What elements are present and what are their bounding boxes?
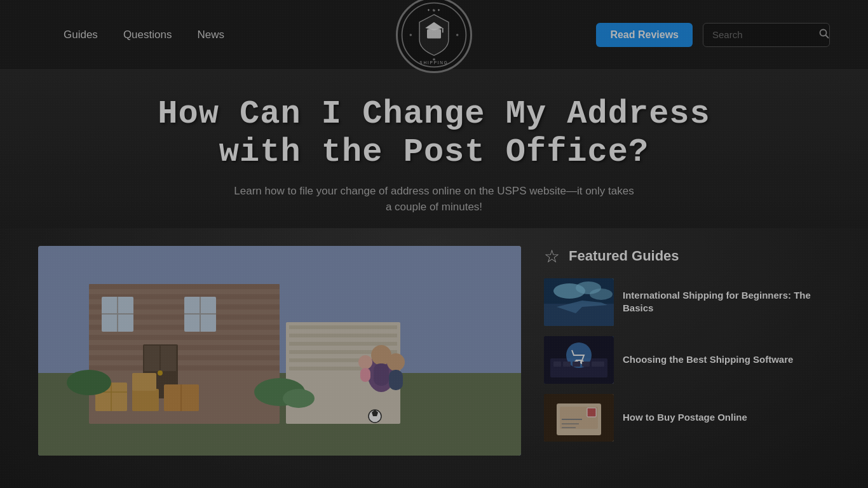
svg-point-48 — [67, 370, 111, 395]
svg-point-56 — [387, 353, 405, 371]
svg-rect-73 — [592, 362, 604, 367]
svg-rect-15 — [89, 284, 280, 289]
guide-thumbnail-2 — [544, 336, 614, 384]
search-icon — [819, 29, 829, 41]
svg-rect-44 — [132, 389, 159, 411]
svg-rect-23 — [89, 365, 280, 370]
hero-subtitle: Learn how to file your change of address… — [231, 183, 637, 215]
svg-rect-1 — [427, 29, 441, 38]
sidebar: ☆ Featured Guides International Shipping… — [521, 246, 830, 488]
svg-rect-77 — [587, 408, 596, 417]
svg-rect-22 — [89, 355, 280, 360]
read-reviews-button[interactable]: Read Reviews — [596, 23, 693, 47]
guide-item-1[interactable]: International Shipping for Beginners: Th… — [544, 278, 830, 326]
svg-text:SHIPPING: SHIPPING — [419, 60, 448, 64]
svg-point-6 — [410, 34, 412, 36]
svg-rect-25 — [144, 346, 159, 371]
svg-rect-20 — [89, 335, 280, 340]
svg-point-9 — [433, 58, 435, 60]
featured-guides-header: ☆ Featured Guides — [544, 246, 830, 267]
hero-section: How Can I Change My Address with the Pos… — [0, 70, 868, 228]
content-area: ☆ Featured Guides International Shipping… — [0, 228, 868, 488]
svg-point-7 — [456, 34, 459, 36]
svg-rect-53 — [374, 363, 389, 386]
search-box — [703, 23, 830, 47]
svg-rect-21 — [89, 345, 280, 350]
guide-item-2[interactable]: Choosing the Best Shipping Software — [544, 336, 830, 384]
svg-rect-57 — [389, 370, 403, 390]
guide-text-2: Choosing the Best Shipping Software — [623, 336, 793, 384]
guide-item-3[interactable]: How to Buy Postage Online — [544, 394, 830, 442]
site-header: Guides Questions News SHIPPING ✦ ✦ ✦ — [0, 0, 868, 70]
svg-rect-26 — [161, 346, 176, 371]
nav-guides[interactable]: Guides — [64, 29, 98, 41]
nav-right: Read Reviews — [596, 23, 830, 47]
svg-rect-70 — [563, 362, 571, 367]
guide-thumbnail-3 — [544, 394, 614, 442]
svg-rect-36 — [289, 334, 397, 337]
svg-point-50 — [283, 389, 315, 408]
guide-title-1: International Shipping for Beginners: Th… — [623, 289, 830, 315]
svg-rect-55 — [360, 368, 370, 382]
svg-point-54 — [358, 355, 372, 369]
guide-text-1: International Shipping for Beginners: Th… — [623, 278, 830, 326]
svg-rect-45 — [132, 373, 156, 391]
svg-line-11 — [826, 35, 829, 37]
site-logo[interactable]: SHIPPING ✦ ✦ ✦ — [396, 0, 472, 73]
guide-title-2: Choosing the Best Shipping Software — [623, 353, 793, 366]
svg-point-63 — [590, 288, 613, 300]
svg-point-8 — [433, 9, 435, 11]
search-input[interactable] — [712, 29, 814, 40]
svg-rect-71 — [573, 362, 580, 367]
nav-questions[interactable]: Questions — [123, 29, 172, 41]
svg-rect-35 — [289, 325, 397, 329]
star-icon: ☆ — [544, 246, 560, 267]
guide-thumbnail-1 — [544, 278, 614, 326]
main-image-container — [38, 246, 521, 456]
svg-rect-72 — [582, 362, 590, 367]
featured-guides-title: Featured Guides — [569, 248, 679, 264]
svg-point-27 — [158, 370, 163, 376]
nav-left: Guides Questions News — [64, 29, 224, 41]
svg-rect-69 — [553, 362, 561, 367]
guide-title-3: How to Buy Postage Online — [623, 411, 747, 424]
hero-image — [38, 246, 521, 456]
guide-text-3: How to Buy Postage Online — [623, 394, 747, 442]
page-title: How Can I Change My Address with the Pos… — [132, 95, 736, 172]
nav-news[interactable]: News — [197, 29, 224, 41]
